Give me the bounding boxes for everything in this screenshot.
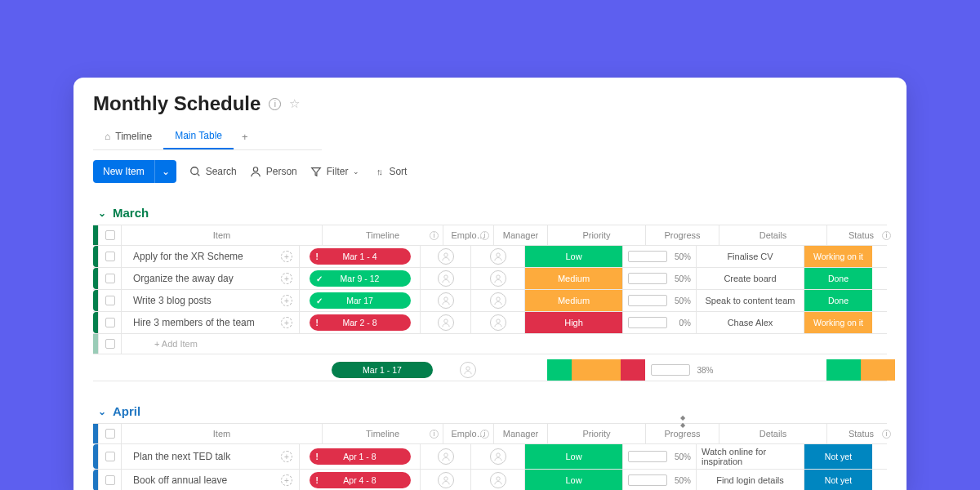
col-employee[interactable]: Emplo…i bbox=[443, 424, 493, 443]
expand-icon[interactable]: + bbox=[281, 273, 292, 284]
col-priority[interactable]: Priority bbox=[547, 424, 645, 443]
expand-icon[interactable]: + bbox=[281, 251, 292, 262]
info-icon[interactable]: i bbox=[882, 430, 891, 439]
search-button[interactable]: Search bbox=[189, 166, 237, 177]
col-status[interactable]: Statusi bbox=[826, 225, 895, 245]
priority-cell[interactable]: Medium bbox=[524, 290, 622, 311]
progress-cell[interactable]: 50% bbox=[622, 290, 696, 311]
expand-icon[interactable]: + bbox=[281, 451, 292, 462]
details-cell[interactable]: Speak to content team bbox=[696, 290, 804, 311]
avatar-placeholder[interactable] bbox=[490, 472, 506, 488]
person-filter-button[interactable]: Person bbox=[250, 166, 297, 177]
col-details[interactable]: Details bbox=[719, 424, 826, 443]
details-cell[interactable]: Find login details bbox=[696, 470, 804, 490]
col-manager[interactable]: Manager bbox=[493, 424, 547, 443]
row-checkbox[interactable] bbox=[98, 268, 121, 289]
row-checkbox[interactable] bbox=[98, 444, 121, 469]
status-cell[interactable]: Not yet bbox=[804, 470, 872, 490]
info-icon[interactable]: i bbox=[430, 231, 439, 240]
new-item-button[interactable]: New Item ⌄ bbox=[93, 160, 176, 183]
avatar-placeholder[interactable] bbox=[438, 314, 454, 331]
info-icon[interactable]: i bbox=[430, 430, 439, 439]
col-progress[interactable]: Progress bbox=[645, 225, 719, 245]
avatar-placeholder[interactable] bbox=[438, 472, 454, 488]
group-header[interactable]: ⌄ April bbox=[98, 404, 887, 418]
employee-cell[interactable] bbox=[420, 444, 470, 469]
table-row[interactable]: Hire 3 members of the team+ !Mar 2 - 8 H… bbox=[93, 312, 887, 334]
row-checkbox[interactable] bbox=[98, 246, 121, 267]
priority-cell[interactable]: Low bbox=[524, 246, 622, 267]
avatar-placeholder[interactable] bbox=[490, 248, 506, 265]
avatar-placeholder[interactable] bbox=[490, 314, 506, 331]
employee-cell[interactable] bbox=[420, 290, 470, 311]
avatar-placeholder[interactable] bbox=[490, 292, 506, 309]
col-employee[interactable]: Emplo…i bbox=[443, 225, 493, 245]
employee-cell[interactable] bbox=[420, 268, 470, 289]
item-name-cell[interactable]: Write 3 blog posts+ bbox=[121, 290, 299, 311]
avatar-placeholder[interactable] bbox=[460, 362, 476, 378]
sort-button[interactable]: Sort bbox=[372, 166, 407, 177]
info-icon[interactable]: i bbox=[269, 98, 281, 110]
add-view-button[interactable]: + bbox=[234, 126, 256, 148]
manager-cell[interactable] bbox=[470, 290, 524, 311]
status-cell[interactable]: Working on it bbox=[804, 246, 872, 267]
timeline-cell[interactable]: !Mar 1 - 4 bbox=[299, 246, 420, 267]
item-name-cell[interactable]: Apply for the XR Scheme+ bbox=[121, 246, 299, 267]
table-row[interactable]: Apply for the XR Scheme+ !Mar 1 - 4 Low … bbox=[93, 246, 887, 268]
progress-cell[interactable]: 50% bbox=[622, 246, 696, 267]
timeline-cell[interactable]: !Apr 4 - 8 bbox=[299, 470, 420, 490]
timeline-cell[interactable]: !Apr 1 - 8 bbox=[299, 444, 420, 469]
col-details[interactable]: Details bbox=[719, 225, 826, 245]
details-cell[interactable]: Watch online for inspiration bbox=[696, 444, 804, 469]
item-name-cell[interactable]: Book off annual leave+ bbox=[121, 470, 299, 490]
status-cell[interactable]: Working on it bbox=[804, 312, 872, 333]
item-name-cell[interactable]: Plan the next TED talk+ bbox=[121, 444, 299, 469]
tab-timeline[interactable]: ⌂ Timeline bbox=[93, 124, 163, 149]
priority-cell[interactable]: Medium bbox=[524, 268, 622, 289]
col-item[interactable]: Item bbox=[121, 424, 322, 443]
col-status[interactable]: Statusi bbox=[826, 424, 895, 443]
timeline-cell[interactable]: ✓Mar 17 bbox=[299, 290, 420, 311]
manager-cell[interactable] bbox=[470, 312, 524, 333]
progress-cell[interactable]: 50% bbox=[622, 470, 696, 490]
info-icon[interactable]: i bbox=[480, 430, 489, 439]
info-icon[interactable]: i bbox=[882, 231, 891, 240]
expand-icon[interactable]: + bbox=[281, 317, 292, 328]
expand-icon[interactable]: + bbox=[281, 295, 292, 306]
avatar-placeholder[interactable] bbox=[438, 292, 454, 309]
select-all[interactable] bbox=[98, 424, 121, 443]
filter-button[interactable]: Filter ⌄ bbox=[310, 166, 360, 177]
col-priority[interactable]: Priority bbox=[547, 225, 645, 245]
drag-handle-icon[interactable]: ◆◆ bbox=[680, 414, 685, 429]
tab-main-table[interactable]: Main Table bbox=[163, 123, 234, 149]
expand-icon[interactable]: + bbox=[281, 474, 292, 486]
progress-cell[interactable]: 50% bbox=[622, 268, 696, 289]
progress-cell[interactable]: 50% bbox=[622, 444, 696, 469]
employee-cell[interactable] bbox=[420, 246, 470, 267]
table-row[interactable]: Write 3 blog posts+ ✓Mar 17 Medium 50% S… bbox=[93, 290, 887, 312]
col-timeline[interactable]: Timelinei bbox=[322, 424, 443, 443]
add-item-row[interactable]: + Add Item bbox=[93, 334, 887, 354]
employee-cell[interactable] bbox=[420, 312, 470, 333]
timeline-cell[interactable]: !Mar 2 - 8 bbox=[299, 312, 420, 333]
manager-cell[interactable] bbox=[470, 246, 524, 267]
status-cell[interactable]: Not yet bbox=[804, 444, 872, 469]
status-cell[interactable]: Done bbox=[804, 268, 872, 289]
priority-cell[interactable]: Low bbox=[524, 470, 622, 490]
priority-cell[interactable]: High bbox=[524, 312, 622, 333]
employee-cell[interactable] bbox=[420, 470, 470, 490]
avatar-placeholder[interactable] bbox=[438, 270, 454, 287]
status-cell[interactable]: Done bbox=[804, 290, 872, 311]
item-name-cell[interactable]: Organize the away day+ bbox=[121, 268, 299, 289]
details-cell[interactable]: Finalise CV bbox=[696, 246, 804, 267]
manager-cell[interactable] bbox=[470, 470, 524, 490]
row-checkbox[interactable] bbox=[98, 470, 121, 490]
timeline-cell[interactable]: ✓Mar 9 - 12 bbox=[299, 268, 420, 289]
col-manager[interactable]: Manager bbox=[493, 225, 547, 245]
avatar-placeholder[interactable] bbox=[490, 270, 506, 287]
item-name-cell[interactable]: Hire 3 members of the team+ bbox=[121, 312, 299, 333]
star-icon[interactable]: ☆ bbox=[289, 96, 300, 111]
col-progress[interactable]: ◆◆Progress bbox=[645, 424, 719, 443]
manager-cell[interactable] bbox=[470, 268, 524, 289]
progress-cell[interactable]: 0% bbox=[622, 312, 696, 333]
